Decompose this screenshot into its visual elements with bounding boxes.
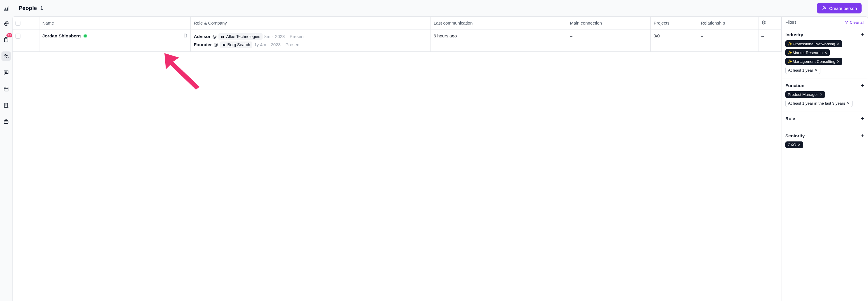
people-table: Name Role & Company Last communication M… <box>12 17 781 52</box>
left-sidebar: 19 <box>0 0 12 301</box>
add-filter-function[interactable]: + <box>861 84 864 88</box>
role-dates: 2023 – Present <box>271 42 301 47</box>
filter-section-industry: Industry + ✨Professional Networking✕ ✨Ma… <box>782 28 868 79</box>
sidebar-item-chat[interactable] <box>1 68 11 77</box>
add-filter-industry[interactable]: + <box>861 33 864 37</box>
sidebar-item-tasks[interactable]: 19 <box>1 35 11 44</box>
chip-remove-icon[interactable]: ✕ <box>814 68 818 72</box>
annotation-arrow <box>159 46 208 96</box>
role-at: @ <box>212 34 217 39</box>
clear-all-label: Clear all <box>849 20 864 25</box>
column-projects[interactable]: Projects <box>650 17 698 30</box>
note-icon[interactable] <box>183 33 187 38</box>
svg-point-3 <box>6 55 8 56</box>
last-communication: 6 hours ago <box>431 30 567 52</box>
create-person-label: Create person <box>829 6 857 11</box>
add-filter-role[interactable]: + <box>861 117 864 121</box>
filter-chip[interactable]: ✨Market Research✕ <box>785 49 830 56</box>
svg-point-2 <box>5 54 6 56</box>
column-main[interactable]: Main connection <box>567 17 650 30</box>
row-checkbox[interactable] <box>16 34 21 38</box>
chip-remove-icon[interactable]: ✕ <box>824 51 828 55</box>
svg-marker-26 <box>164 53 199 90</box>
building-icon <box>222 43 226 47</box>
company-chip[interactable]: Berg Search <box>220 41 253 48</box>
column-name[interactable]: Name <box>39 17 191 30</box>
filter-title-industry: Industry <box>785 32 803 37</box>
svg-rect-24 <box>223 44 224 46</box>
role-duration: 1y 4m <box>254 42 266 47</box>
clear-all-button[interactable]: Clear all <box>844 20 864 25</box>
filter-title-role: Role <box>785 116 795 121</box>
column-last[interactable]: Last communication <box>431 17 567 30</box>
create-person-button[interactable]: Create person <box>817 3 862 13</box>
filter-chip[interactable]: ✨Professional Networking✕ <box>785 40 842 47</box>
chip-remove-icon[interactable]: ✕ <box>837 42 840 46</box>
company-name: Berg Search <box>227 42 250 47</box>
filter-chip[interactable]: At least 1 year in the last 3 years✕ <box>785 100 852 107</box>
gear-icon <box>762 20 766 25</box>
table-row[interactable]: Jordan Shlosberg Advi <box>12 30 781 52</box>
people-table-area: Name Role & Company Last communication M… <box>12 17 781 301</box>
role-at: @ <box>214 42 218 47</box>
svg-rect-22 <box>221 36 222 38</box>
relationship: – <box>698 30 758 52</box>
filter-chip[interactable]: ✨Management Consulting✕ <box>785 58 842 65</box>
svg-rect-25 <box>224 44 225 46</box>
filter-title-function: Function <box>785 83 804 88</box>
sidebar-item-people[interactable] <box>1 52 11 61</box>
filters-title: Filters <box>785 20 797 25</box>
role-sep: · <box>272 34 273 39</box>
sidebar-item-briefcase[interactable] <box>1 117 11 126</box>
page-title: People <box>19 5 37 11</box>
role-dates: 2023 – Present <box>275 34 305 39</box>
role-title: Advisor <box>194 34 211 39</box>
filter-chip[interactable]: At least 1 year✕ <box>785 67 820 74</box>
filter-clear-icon <box>844 20 848 24</box>
filter-chip[interactable]: CXO✕ <box>785 142 803 148</box>
role-duration: 8m <box>264 34 271 39</box>
tasks-badge: 19 <box>6 33 12 37</box>
company-name: Atlas Technologies <box>226 34 260 39</box>
svg-point-21 <box>763 22 764 23</box>
sidebar-item-calendar[interactable] <box>1 84 11 93</box>
building-icon <box>221 35 224 38</box>
chip-remove-icon[interactable]: ✕ <box>819 92 823 97</box>
svg-rect-16 <box>4 121 8 124</box>
svg-rect-23 <box>223 36 224 38</box>
app-logo[interactable] <box>3 5 9 12</box>
person-name[interactable]: Jordan Shlosberg <box>42 33 81 38</box>
chip-remove-icon[interactable]: ✕ <box>798 143 801 147</box>
sidebar-item-spiral[interactable] <box>1 19 11 28</box>
main-connection: – <box>567 30 650 52</box>
svg-point-18 <box>823 6 825 8</box>
sidebar-item-building[interactable] <box>1 100 11 110</box>
svg-rect-6 <box>4 87 8 91</box>
column-settings[interactable] <box>758 17 781 30</box>
person-plus-icon <box>822 5 827 11</box>
extra-col: – <box>758 30 781 52</box>
chip-remove-icon[interactable]: ✕ <box>847 101 850 106</box>
filter-chip[interactable]: Product Manager✕ <box>785 91 825 98</box>
role-title: Founder <box>194 42 212 47</box>
projects-count: 0/0 <box>650 30 698 52</box>
page-header: People 1 Create person <box>12 0 868 17</box>
role-sep: · <box>268 42 269 47</box>
company-chip[interactable]: Atlas Technologies <box>218 33 262 40</box>
chip-remove-icon[interactable]: ✕ <box>837 59 840 64</box>
svg-rect-10 <box>5 103 8 107</box>
filter-section-function: Function + Product Manager✕ At least 1 y… <box>782 79 868 112</box>
filters-panel: Filters Clear all Industry + ✨Profession… <box>781 17 868 301</box>
page-count: 1 <box>40 5 43 11</box>
column-relationship[interactable]: Relationship <box>698 17 758 30</box>
column-role[interactable]: Role & Company <box>191 17 431 30</box>
filter-title-seniority: Seniority <box>785 133 805 139</box>
filter-section-seniority: Seniority + CXO✕ <box>782 129 868 153</box>
select-all-checkbox[interactable] <box>16 21 21 26</box>
status-dot-online <box>83 34 87 38</box>
add-filter-seniority[interactable]: + <box>861 134 864 138</box>
filter-section-role: Role + <box>782 112 868 129</box>
